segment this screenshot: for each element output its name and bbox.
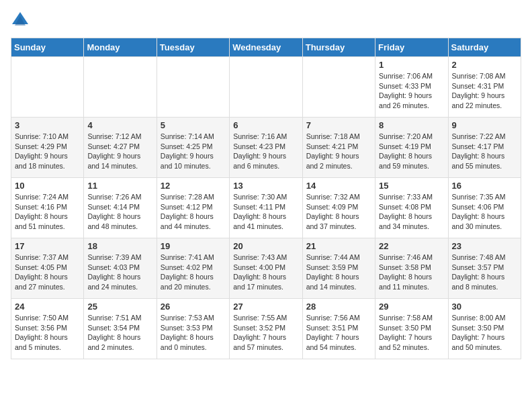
calendar-cell: 13Sunrise: 7:30 AM Sunset: 4:11 PM Dayli… [230, 178, 302, 238]
calendar-cell: 20Sunrise: 7:43 AM Sunset: 4:00 PM Dayli… [230, 238, 302, 299]
day-number: 7 [306, 120, 371, 130]
calendar-cell: 2Sunrise: 7:08 AM Sunset: 4:31 PM Daylig… [448, 57, 521, 118]
day-info: Sunrise: 7:22 AM Sunset: 4:17 PM Dayligh… [452, 132, 517, 171]
column-header-wednesday: Wednesday [230, 38, 302, 57]
day-info: Sunrise: 7:30 AM Sunset: 4:11 PM Dayligh… [233, 192, 298, 232]
calendar-week-2: 3Sunrise: 7:10 AM Sunset: 4:29 PM Daylig… [11, 118, 521, 178]
day-number: 26 [161, 302, 226, 312]
calendar-cell: 28Sunrise: 7:56 AM Sunset: 3:51 PM Dayli… [302, 299, 375, 359]
calendar-cell: 3Sunrise: 7:10 AM Sunset: 4:29 PM Daylig… [11, 118, 84, 178]
day-number: 8 [379, 120, 444, 130]
column-header-saturday: Saturday [448, 38, 521, 57]
calendar-cell: 9Sunrise: 7:22 AM Sunset: 4:17 PM Daylig… [448, 118, 521, 178]
day-number: 11 [87, 181, 152, 191]
day-number: 21 [306, 241, 371, 251]
day-number: 2 [452, 60, 517, 70]
calendar-cell [11, 57, 84, 118]
day-info: Sunrise: 7:08 AM Sunset: 4:31 PM Dayligh… [452, 71, 517, 111]
day-info: Sunrise: 7:37 AM Sunset: 4:05 PM Dayligh… [15, 253, 80, 292]
column-header-thursday: Thursday [302, 38, 375, 57]
calendar-cell: 15Sunrise: 7:33 AM Sunset: 4:08 PM Dayli… [375, 178, 448, 238]
calendar-week-5: 24Sunrise: 7:50 AM Sunset: 3:56 PM Dayli… [11, 299, 521, 359]
day-info: Sunrise: 8:00 AM Sunset: 3:50 PM Dayligh… [452, 313, 517, 353]
day-info: Sunrise: 7:53 AM Sunset: 3:53 PM Dayligh… [161, 313, 226, 353]
day-number: 9 [452, 120, 517, 130]
day-number: 29 [379, 302, 444, 312]
calendar-cell: 29Sunrise: 7:58 AM Sunset: 3:50 PM Dayli… [375, 299, 448, 359]
logo-icon [11, 11, 30, 30]
day-info: Sunrise: 7:55 AM Sunset: 3:52 PM Dayligh… [233, 313, 298, 353]
calendar-week-3: 10Sunrise: 7:24 AM Sunset: 4:16 PM Dayli… [11, 178, 521, 238]
day-info: Sunrise: 7:26 AM Sunset: 4:14 PM Dayligh… [87, 192, 152, 232]
day-number: 22 [379, 241, 444, 251]
day-number: 20 [233, 241, 298, 251]
calendar-week-4: 17Sunrise: 7:37 AM Sunset: 4:05 PM Dayli… [11, 238, 521, 299]
calendar-cell: 7Sunrise: 7:18 AM Sunset: 4:21 PM Daylig… [302, 118, 375, 178]
calendar-cell: 23Sunrise: 7:48 AM Sunset: 3:57 PM Dayli… [448, 238, 521, 299]
day-number: 15 [379, 181, 444, 191]
day-info: Sunrise: 7:58 AM Sunset: 3:50 PM Dayligh… [379, 313, 444, 353]
day-info: Sunrise: 7:46 AM Sunset: 3:58 PM Dayligh… [379, 253, 444, 292]
day-info: Sunrise: 7:48 AM Sunset: 3:57 PM Dayligh… [452, 253, 517, 292]
calendar-cell: 4Sunrise: 7:12 AM Sunset: 4:27 PM Daylig… [84, 118, 157, 178]
calendar-cell: 21Sunrise: 7:44 AM Sunset: 3:59 PM Dayli… [302, 238, 375, 299]
day-info: Sunrise: 7:33 AM Sunset: 4:08 PM Dayligh… [379, 192, 444, 232]
day-info: Sunrise: 7:20 AM Sunset: 4:19 PM Dayligh… [379, 132, 444, 171]
day-info: Sunrise: 7:24 AM Sunset: 4:16 PM Dayligh… [15, 192, 80, 232]
day-info: Sunrise: 7:43 AM Sunset: 4:00 PM Dayligh… [233, 253, 298, 292]
calendar-cell: 25Sunrise: 7:51 AM Sunset: 3:54 PM Dayli… [84, 299, 157, 359]
column-header-tuesday: Tuesday [157, 38, 229, 57]
calendar-header-row: SundayMondayTuesdayWednesdayThursdayFrid… [11, 38, 521, 57]
calendar-cell [302, 57, 375, 118]
calendar-cell [84, 57, 157, 118]
day-number: 16 [452, 181, 517, 191]
day-info: Sunrise: 7:28 AM Sunset: 4:12 PM Dayligh… [161, 192, 226, 232]
calendar-cell: 8Sunrise: 7:20 AM Sunset: 4:19 PM Daylig… [375, 118, 448, 178]
calendar-cell: 14Sunrise: 7:32 AM Sunset: 4:09 PM Dayli… [302, 178, 375, 238]
calendar-cell: 26Sunrise: 7:53 AM Sunset: 3:53 PM Dayli… [157, 299, 229, 359]
column-header-monday: Monday [84, 38, 157, 57]
day-number: 1 [379, 60, 444, 70]
day-number: 27 [233, 302, 298, 312]
day-number: 13 [233, 181, 298, 191]
calendar-cell: 11Sunrise: 7:26 AM Sunset: 4:14 PM Dayli… [84, 178, 157, 238]
day-number: 23 [452, 241, 517, 251]
calendar-cell: 1Sunrise: 7:06 AM Sunset: 4:33 PM Daylig… [375, 57, 448, 118]
day-number: 4 [87, 120, 152, 130]
calendar-cell [157, 57, 229, 118]
calendar-cell: 22Sunrise: 7:46 AM Sunset: 3:58 PM Dayli… [375, 238, 448, 299]
day-number: 12 [161, 181, 226, 191]
day-info: Sunrise: 7:51 AM Sunset: 3:54 PM Dayligh… [87, 313, 152, 353]
day-info: Sunrise: 7:16 AM Sunset: 4:23 PM Dayligh… [233, 132, 298, 171]
day-info: Sunrise: 7:35 AM Sunset: 4:06 PM Dayligh… [452, 192, 517, 232]
logo [11, 11, 32, 30]
day-info: Sunrise: 7:18 AM Sunset: 4:21 PM Dayligh… [306, 132, 371, 171]
calendar-cell: 12Sunrise: 7:28 AM Sunset: 4:12 PM Dayli… [157, 178, 229, 238]
day-number: 25 [87, 302, 152, 312]
calendar-table: SundayMondayTuesdayWednesdayThursdayFrid… [11, 38, 521, 359]
calendar-cell: 6Sunrise: 7:16 AM Sunset: 4:23 PM Daylig… [230, 118, 302, 178]
day-info: Sunrise: 7:56 AM Sunset: 3:51 PM Dayligh… [306, 313, 371, 353]
calendar-cell: 24Sunrise: 7:50 AM Sunset: 3:56 PM Dayli… [11, 299, 84, 359]
day-number: 30 [452, 302, 517, 312]
day-info: Sunrise: 7:12 AM Sunset: 4:27 PM Dayligh… [87, 132, 152, 171]
day-info: Sunrise: 7:32 AM Sunset: 4:09 PM Dayligh… [306, 192, 371, 232]
calendar-cell: 16Sunrise: 7:35 AM Sunset: 4:06 PM Dayli… [448, 178, 521, 238]
day-info: Sunrise: 7:10 AM Sunset: 4:29 PM Dayligh… [15, 132, 80, 171]
day-number: 28 [306, 302, 371, 312]
day-info: Sunrise: 7:44 AM Sunset: 3:59 PM Dayligh… [306, 253, 371, 292]
day-number: 19 [161, 241, 226, 251]
day-number: 5 [161, 120, 226, 130]
day-info: Sunrise: 7:06 AM Sunset: 4:33 PM Dayligh… [379, 71, 444, 111]
calendar-cell: 5Sunrise: 7:14 AM Sunset: 4:25 PM Daylig… [157, 118, 229, 178]
calendar-cell: 30Sunrise: 8:00 AM Sunset: 3:50 PM Dayli… [448, 299, 521, 359]
header [11, 11, 521, 30]
day-info: Sunrise: 7:39 AM Sunset: 4:03 PM Dayligh… [87, 253, 152, 292]
day-number: 18 [87, 241, 152, 251]
column-header-friday: Friday [375, 38, 448, 57]
calendar-cell: 19Sunrise: 7:41 AM Sunset: 4:02 PM Dayli… [157, 238, 229, 299]
calendar-cell: 10Sunrise: 7:24 AM Sunset: 4:16 PM Dayli… [11, 178, 84, 238]
calendar-cell: 27Sunrise: 7:55 AM Sunset: 3:52 PM Dayli… [230, 299, 302, 359]
day-info: Sunrise: 7:50 AM Sunset: 3:56 PM Dayligh… [15, 313, 80, 353]
day-number: 17 [15, 241, 80, 251]
